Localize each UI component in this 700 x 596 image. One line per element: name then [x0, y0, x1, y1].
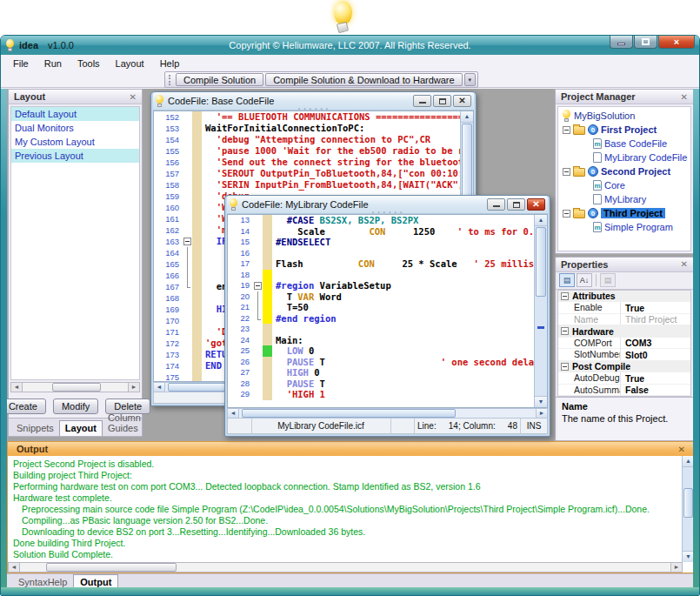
property-row[interactable]: AutoDebugTrue	[558, 372, 690, 385]
code-line[interactable]: 158 'SERIN InputPin_FromBluetooth,84,[WA…	[154, 179, 473, 191]
code-line[interactable]: 155 'pause 1000 'Wait for the eb500 radi…	[154, 145, 473, 157]
file-node[interactable]: MyLibrary	[558, 192, 690, 206]
code-line[interactable]: 17Flash CON 25 * Scale ' 25 milliseco	[228, 258, 547, 270]
base-minimize-button[interactable]	[413, 95, 431, 107]
code-line[interactable]: 15#ENDSELECT	[228, 237, 547, 248]
layout-list-item[interactable]: Default Layout	[11, 107, 139, 121]
file-node[interactable]: mSimple Program	[558, 220, 690, 234]
code-line[interactable]: 152 '== BLUETOOTH COMMUNICATIONS =======…	[154, 111, 473, 123]
lib-restore-button[interactable]	[507, 198, 525, 211]
scroll-thumb[interactable]	[46, 563, 177, 572]
output-hscrollbar[interactable]: ◄ ►	[8, 562, 683, 573]
maximize-button[interactable]	[634, 36, 657, 49]
categorized-view-icon[interactable]: ▤	[559, 273, 575, 287]
menu-item-file[interactable]: File	[5, 57, 37, 70]
code-line[interactable]: 24Main:	[228, 335, 547, 346]
code-line[interactable]: 16	[228, 248, 547, 259]
scroll-left-icon[interactable]: ◄	[11, 383, 23, 392]
tab-layout[interactable]: Layout	[59, 420, 103, 436]
collapse-icon[interactable]	[561, 363, 569, 371]
project-node[interactable]: 0First Project	[558, 123, 690, 137]
property-category[interactable]: Hardware	[558, 325, 690, 338]
scroll-right-icon[interactable]: ►	[670, 563, 682, 572]
collapse-icon[interactable]	[561, 292, 569, 300]
lib-hscrollbar[interactable]: ◄ ►	[227, 408, 548, 419]
code-line[interactable]: 13 #CASE BS2SX, BS2P, BS2PX	[228, 215, 547, 226]
toolbar-overflow-button[interactable]: ▾	[464, 73, 476, 86]
scroll-right-icon[interactable]: ►	[536, 409, 547, 418]
scroll-track[interactable]	[239, 409, 536, 418]
compile-download-button[interactable]: Compile Solution & Download to Hardware	[265, 73, 463, 86]
alphabetical-sort-icon[interactable]: A↓	[577, 273, 592, 287]
scroll-up-icon[interactable]: ▲	[535, 215, 547, 226]
property-row[interactable]: SlotNumberSlot0	[558, 349, 690, 361]
code-line[interactable]: 21 T=50	[228, 302, 547, 313]
base-close-button[interactable]: ✕	[453, 95, 471, 107]
tab-snippets[interactable]: Snippets	[11, 421, 59, 436]
property-pages-icon[interactable]: ▤	[600, 273, 616, 287]
property-row[interactable]: AutoSummaryFalse	[558, 385, 690, 397]
scroll-track[interactable]	[20, 563, 670, 572]
menu-item-tools[interactable]: Tools	[70, 57, 108, 70]
property-row[interactable]: COMPortCOM3	[558, 338, 690, 350]
code-line[interactable]: 22#end region	[228, 313, 547, 325]
file-node[interactable]: mCore	[558, 178, 690, 192]
layout-list-item[interactable]: Dual Monitors	[11, 121, 139, 135]
scroll-left-icon[interactable]: ◄	[9, 563, 20, 572]
lib-vscrollbar[interactable]: ▲ ▼	[534, 215, 547, 407]
scroll-up-icon[interactable]: ▲	[461, 111, 473, 123]
compile-solution-button[interactable]: Compile Solution	[176, 73, 263, 86]
properties-close-icon[interactable]: ✕	[681, 259, 688, 269]
close-button[interactable]: ×	[658, 36, 695, 49]
project-manager-close-icon[interactable]: ✕	[681, 92, 688, 102]
code-line[interactable]: 20 T VAR Word	[228, 291, 547, 303]
code-line[interactable]: 23	[228, 324, 547, 335]
collapse-toggle-icon[interactable]	[183, 238, 191, 245]
code-line[interactable]: 25 LOW 0	[228, 345, 547, 357]
scroll-thumb[interactable]	[536, 227, 546, 297]
code-line[interactable]: 29 'HIGH 1	[228, 389, 547, 400]
code-line[interactable]: 157 'SEROUT OutputPin_ToBluetooth,84,["c…	[154, 168, 473, 179]
scroll-right-icon[interactable]: ►	[128, 383, 139, 392]
code-line[interactable]: 26 PAUSE T ' one second dela	[228, 357, 547, 368]
file-node[interactable]: mBase CodeFile	[558, 137, 690, 151]
scroll-left-icon[interactable]: ◄	[154, 383, 165, 392]
collapse-icon[interactable]	[563, 168, 570, 176]
code-line[interactable]: 27 HIGH 0	[228, 367, 547, 378]
project-node[interactable]: 0Second Project	[558, 164, 690, 178]
base-window-titlebar[interactable]: CodeFile: Base CodeFile ✕	[153, 92, 474, 110]
lib-code-editor[interactable]: ▲ ▼ 13 #CASE BS2SX, BS2P, BS2PX14 Scale …	[227, 214, 548, 408]
tab-column-guides[interactable]: Column Guides	[103, 411, 146, 436]
property-category[interactable]: Attributes	[558, 291, 690, 303]
lib-minimize-button[interactable]	[487, 198, 505, 211]
collapse-icon[interactable]	[561, 327, 569, 335]
menu-item-layout[interactable]: Layout	[108, 57, 152, 70]
project-node[interactable]: 0Third Project	[558, 206, 690, 220]
code-line[interactable]: 156 'Send out the connect string for the…	[154, 157, 473, 168]
code-line[interactable]: 154 'debug "Attempting connection to PC"…	[154, 134, 473, 145]
base-restore-button[interactable]	[433, 95, 451, 107]
output-close-icon[interactable]: ✕	[678, 445, 685, 454]
solution-node[interactable]: MyBigSolution	[558, 109, 690, 123]
code-line[interactable]: 28 PAUSE T	[228, 378, 547, 390]
mylibrary-codefile-window[interactable]: CodeFile: MyLibrary CodeFile ✕ ▲ ▼ 13 #C…	[224, 195, 550, 437]
scroll-thumb[interactable]	[52, 383, 101, 392]
collapse-toggle-icon[interactable]	[254, 282, 262, 290]
title-bar[interactable]: idea v1.0.0 Copyright © Heliumware, LLC …	[1, 36, 699, 55]
code-line[interactable]: 18	[228, 270, 547, 281]
code-line[interactable]: 19#region VariableSetup	[228, 280, 547, 291]
toolbar-grip[interactable]	[169, 75, 172, 85]
property-category[interactable]: Post Compile	[558, 361, 690, 373]
scroll-track[interactable]	[23, 383, 128, 392]
lib-close-button[interactable]: ✕	[527, 198, 545, 211]
layout-panel-close-icon[interactable]: ✕	[130, 92, 137, 102]
layout-list-item[interactable]: My Custom Layout	[11, 135, 139, 149]
output-vscrollbar[interactable]: ▲ ▼	[682, 456, 694, 562]
scroll-thumb[interactable]	[683, 488, 693, 518]
lib-window-titlebar[interactable]: CodeFile: MyLibrary CodeFile ✕	[227, 196, 548, 214]
menu-item-run[interactable]: Run	[37, 57, 70, 70]
minimize-button[interactable]	[610, 36, 633, 49]
scroll-down-icon[interactable]: ▼	[535, 396, 547, 407]
code-line[interactable]: 14 Scale CON 1250 ' to ms for 0.	[228, 226, 547, 238]
menu-item-help[interactable]: Help	[152, 57, 188, 70]
